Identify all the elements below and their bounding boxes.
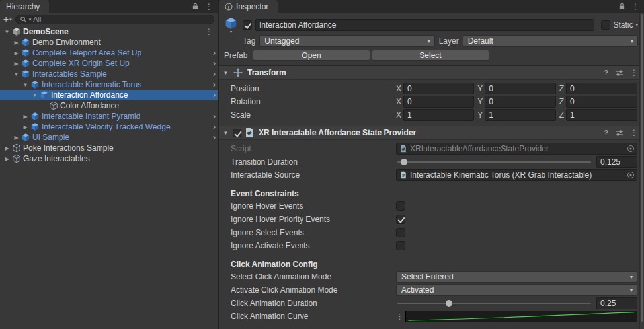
position-z-field[interactable] [566, 83, 637, 94]
hierarchy-item-interactables-sample[interactable]: ▼ Interactables Sample › [0, 69, 218, 79]
click-animation-duration-slider[interactable] [396, 297, 592, 309]
search-icon [20, 16, 27, 23]
static-flags-dropdown-icon[interactable]: ▾ [635, 22, 638, 27]
hierarchy-item-poke-interactions-sample[interactable]: ▶ Poke Interactions Sample [0, 143, 218, 153]
scale-x-field[interactable] [403, 109, 474, 121]
hierarchy-item-complete-teleport-area-set-up[interactable]: ▶ Complete Teleport Area Set Up › [0, 48, 218, 58]
active-checkbox[interactable] [243, 20, 252, 30]
ignore-select-events-checkbox[interactable] [396, 228, 405, 237]
select-click-animation-mode-dropdown[interactable]: Select Entered ▾ [396, 271, 637, 283]
axis-label: X [396, 84, 401, 93]
ignore-hover-priority-events-checkbox[interactable] [396, 215, 405, 224]
foldout-arrow-icon[interactable]: ▶ [3, 156, 11, 162]
prefab-cube-icon [21, 48, 30, 57]
scrollbar-thumb[interactable] [641, 14, 643, 322]
hierarchy-item-label: Interactable Velocity Tracked Wedge [42, 122, 171, 131]
lock-icon[interactable] [618, 3, 625, 10]
tag-dropdown[interactable]: Untagged ▾ [259, 35, 434, 47]
transform-header[interactable]: ▼ Transform ? ⋮ [219, 65, 644, 80]
foldout-arrow-icon[interactable]: ▶ [12, 40, 20, 46]
hierarchy-item-interactable-instant-pyramid[interactable]: ▶ Interactable Instant Pyramid › [0, 111, 218, 122]
hierarchy-item-label: Interactables Sample [32, 69, 107, 79]
prefab-open-chevron-icon[interactable]: › [213, 111, 216, 122]
component-menu-icon[interactable]: ⋮ [630, 129, 638, 137]
hierarchy-item-demo-environment[interactable]: ▶ Demo Environment [0, 37, 218, 48]
rotation-x-field[interactable] [403, 96, 474, 108]
interactable-source-field[interactable]: # Interactable Kinematic Torus (XR Grab … [396, 169, 637, 181]
scale-y-field[interactable] [485, 109, 555, 121]
foldout-arrow-icon[interactable]: ▶ [12, 61, 20, 67]
rotation-y-field[interactable] [485, 96, 555, 108]
presets-icon[interactable] [615, 129, 624, 137]
ignore-activate-events-checkbox[interactable] [396, 241, 405, 250]
hierarchy-item-interactable-velocity-tracked-wedge[interactable]: ▶ Interactable Velocity Tracked Wedge › [0, 122, 218, 132]
position-y-field[interactable] [485, 83, 555, 94]
help-icon[interactable]: ? [604, 69, 608, 77]
hierarchy-item-interaction-affordance[interactable]: ▼ Interaction Affordance › [0, 90, 218, 100]
hierarchy-search[interactable]: ▾ [15, 15, 214, 24]
foldout-arrow-icon[interactable]: ▶ [12, 50, 20, 56]
component-enabled-checkbox[interactable] [233, 129, 241, 137]
lock-icon[interactable] [192, 3, 199, 10]
object-picker-icon[interactable] [626, 171, 635, 179]
rotation-z-field[interactable] [566, 96, 637, 108]
inspector-scrollbar[interactable] [639, 13, 644, 329]
create-button[interactable]: + ▾ [3, 15, 12, 24]
prefab-open-chevron-icon[interactable]: › [213, 90, 216, 100]
static-label: Static [613, 20, 633, 30]
prefab-open-chevron-icon[interactable]: › [213, 122, 216, 132]
scale-z-field[interactable] [566, 109, 637, 121]
foldout-arrow-icon[interactable]: ▶ [21, 124, 30, 130]
hierarchy-item-ui-sample[interactable]: ▶ UI Sample › [0, 132, 218, 143]
prefab-open-chevron-icon[interactable]: › [213, 69, 216, 79]
foldout-arrow-icon[interactable]: ▶ [21, 114, 30, 120]
hierarchy-item-interactable-kinematic-torus[interactable]: ▼ Interactable Kinematic Torus › [0, 79, 218, 90]
click-animation-curve-field[interactable] [405, 311, 637, 322]
prefab-open-chevron-icon[interactable]: › [213, 48, 216, 58]
prefab-open-chevron-icon[interactable]: › [213, 58, 216, 69]
transition-duration-slider[interactable] [396, 156, 592, 168]
curve-context-menu-icon[interactable]: ⋮ [396, 312, 403, 321]
foldout-arrow-icon[interactable]: ▼ [3, 29, 11, 35]
presets-icon[interactable] [615, 69, 624, 77]
foldout-arrow-icon[interactable]: ▼ [12, 71, 20, 77]
position-x-field[interactable] [403, 83, 474, 94]
foldout-arrow-icon[interactable]: ▶ [3, 145, 11, 151]
prefab-open-button[interactable]: Open [253, 50, 370, 61]
search-filter-arrow-icon[interactable]: ▾ [29, 17, 32, 22]
search-input[interactable] [33, 15, 210, 23]
foldout-arrow-icon[interactable]: ▼ [30, 92, 39, 98]
name-field[interactable] [255, 19, 594, 31]
help-icon[interactable]: ? [604, 129, 608, 137]
activate-click-animation-mode-dropdown[interactable]: Activated ▾ [396, 284, 637, 296]
foldout-arrow-icon[interactable]: ▶ [12, 135, 20, 141]
gameobject-prefab-icon[interactable]: ▾ [223, 17, 239, 34]
slider-handle[interactable] [446, 300, 452, 307]
prefab-select-button[interactable]: Select [372, 50, 489, 61]
affordance-provider-header[interactable]: ▼ # XR Interactable Affordance State Pro… [219, 126, 644, 140]
hierarchy-item-gaze-interactables[interactable]: ▶ Gaze Interactables [0, 153, 218, 164]
hierarchy-item-color-affordance[interactable]: Color Affordance [0, 100, 218, 111]
hierarchy-item-complete-xr-origin-set-up[interactable]: ▶ Complete XR Origin Set Up › [0, 58, 218, 69]
foldout-arrow-icon[interactable]: ▼ [221, 130, 230, 136]
prefab-open-chevron-icon[interactable]: › [213, 79, 216, 90]
foldout-arrow-icon[interactable]: ▼ [221, 70, 230, 76]
transition-duration-field[interactable] [596, 156, 637, 168]
click-animation-duration-field[interactable] [596, 297, 637, 309]
tab-hierarchy[interactable]: Hierarchy [0, 0, 49, 13]
tab-inspector[interactable]: Inspector [219, 0, 278, 13]
object-picker-icon[interactable] [626, 145, 635, 153]
prefab-open-chevron-icon[interactable]: › [213, 132, 216, 143]
hierarchy-menu-icon[interactable]: ⋮ [205, 3, 213, 11]
layer-dropdown[interactable]: Default ▾ [463, 35, 638, 47]
inspector-menu-icon[interactable]: ⋮ [631, 3, 639, 11]
component-title: Transform [247, 68, 286, 77]
scene-row-demoscene[interactable]: ▼ DemoScene ⋮ [0, 26, 218, 37]
csharp-script-icon: # [399, 145, 407, 153]
static-checkbox[interactable] [601, 20, 610, 30]
foldout-arrow-icon[interactable]: ▼ [21, 82, 30, 88]
component-menu-icon[interactable]: ⋮ [630, 69, 638, 77]
ignore-hover-events-checkbox[interactable] [396, 201, 405, 211]
slider-handle[interactable] [401, 159, 407, 165]
scene-options-icon[interactable]: ⋮ [205, 27, 218, 36]
